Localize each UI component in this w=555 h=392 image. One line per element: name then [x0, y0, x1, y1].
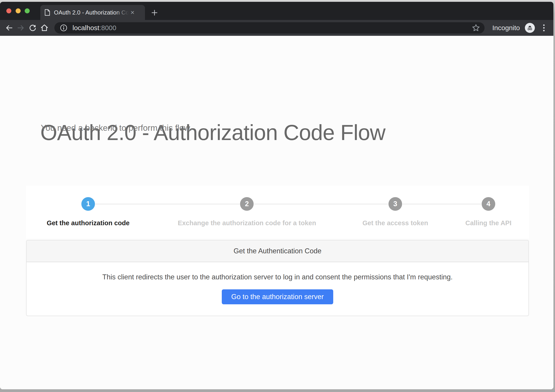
- step-get-access-token: 3 Get the access token: [362, 197, 428, 227]
- new-tab-button[interactable]: [150, 8, 159, 17]
- browser-toolbar: localhost:8000 Incognito: [0, 20, 553, 36]
- go-to-authorization-server-button[interactable]: Go to the authorization server: [222, 289, 333, 304]
- step-number-badge: 1: [81, 197, 95, 211]
- address-bar[interactable]: localhost:8000: [54, 22, 485, 34]
- tab-close-icon[interactable]: ×: [131, 9, 135, 16]
- step-label: Get the authorization code: [47, 219, 130, 227]
- incognito-badge-icon: [525, 23, 535, 33]
- panel-description: This client redirects the user to the au…: [102, 273, 453, 281]
- bookmark-star-icon[interactable]: [471, 23, 481, 32]
- step-number-badge: 4: [482, 197, 495, 211]
- step-exchange-code-for-token: 2 Exchange the authorization code for a …: [178, 197, 316, 227]
- auth-code-panel: Get the Authentication Code This client …: [26, 240, 529, 316]
- back-button[interactable]: [3, 22, 15, 34]
- site-info-icon[interactable]: [59, 23, 68, 32]
- url-text[interactable]: localhost:8000: [73, 24, 116, 32]
- step-label: Calling the API: [465, 219, 511, 227]
- browser-tab[interactable]: OAuth 2.0 - Authorization Code ×: [40, 5, 145, 20]
- forward-button[interactable]: [15, 22, 27, 34]
- step-label: Exchange the authorization code for a to…: [178, 219, 316, 227]
- step-calling-the-api: 4 Calling the API: [465, 197, 511, 227]
- step-label: Get the access token: [362, 219, 428, 227]
- panel-body: This client redirects the user to the au…: [27, 262, 528, 304]
- step-number-badge: 3: [388, 197, 402, 211]
- home-button[interactable]: [38, 22, 50, 34]
- window-minimize-button[interactable]: [16, 8, 21, 13]
- reload-button[interactable]: [27, 22, 38, 34]
- stepper: 1 Get the authorization code 2 Exchange …: [26, 186, 529, 239]
- browser-window: OAuth 2.0 - Authorization Code ×: [0, 2, 553, 389]
- tab-title-fade: [115, 9, 129, 16]
- tab-title: OAuth 2.0 - Authorization Code: [54, 9, 129, 16]
- step-get-authorization-code: 1 Get the authorization code: [47, 197, 130, 227]
- step-number-badge: 2: [240, 197, 254, 211]
- page-subtitle: You need a backend to perform this flow.: [41, 123, 192, 133]
- panel-header: Get the Authentication Code: [27, 240, 528, 262]
- browser-menu-icon[interactable]: [539, 23, 549, 33]
- window-zoom-button[interactable]: [25, 8, 30, 13]
- page-favicon-icon: [44, 9, 50, 16]
- incognito-label: Incognito: [492, 24, 520, 32]
- tab-strip: OAuth 2.0 - Authorization Code ×: [0, 2, 553, 20]
- page-content: OAuth 2.0 - Authorization Code Flow You …: [0, 36, 553, 389]
- window-close-button[interactable]: [6, 8, 11, 13]
